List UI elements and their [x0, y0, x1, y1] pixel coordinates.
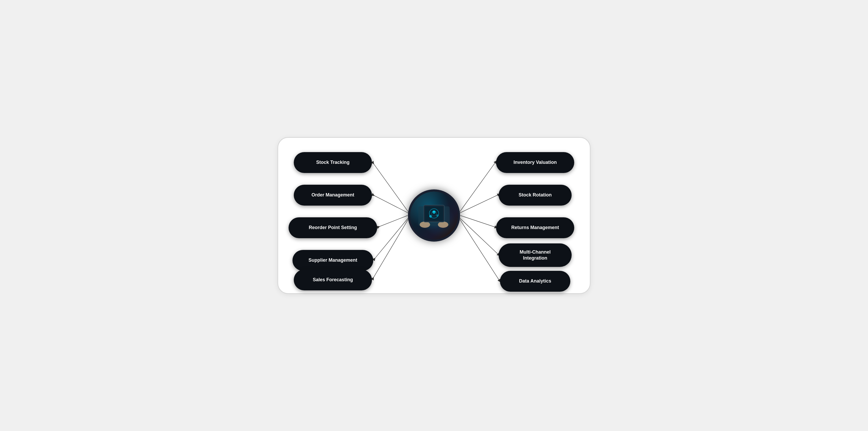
line-data-analytics: [460, 220, 499, 280]
node-data-analytics: Data Analytics: [500, 271, 570, 292]
stock-tracking-label: Stock Tracking: [316, 160, 349, 165]
tablet-icon: [417, 201, 451, 230]
inventory-valuation-label: Inventory Valuation: [514, 160, 557, 165]
node-supplier-management: Supplier Management: [292, 250, 373, 271]
line-reorder-point: [378, 216, 407, 227]
center-image: [410, 192, 458, 239]
node-multi-channel-integration: Multi-ChannelIntegration: [499, 243, 571, 267]
center-circle: [408, 190, 460, 241]
line-inventory-valuation: [460, 162, 495, 211]
node-inventory-valuation: Inventory Valuation: [496, 152, 574, 173]
line-returns-management: [460, 216, 495, 227]
node-sales-forecasting: Sales Forecasting: [294, 269, 372, 290]
line-stock-tracking: [373, 162, 408, 211]
node-stock-tracking: Stock Tracking: [294, 152, 372, 173]
sales-forecasting-label: Sales Forecasting: [313, 277, 353, 283]
line-supplier-management: [374, 218, 408, 260]
order-management-label: Order Management: [311, 192, 354, 198]
returns-management-label: Returns Management: [511, 225, 559, 231]
multi-channel-label: Multi-ChannelIntegration: [520, 249, 551, 261]
reorder-point-label: Reorder Point Setting: [309, 225, 357, 231]
line-order-management: [373, 195, 408, 213]
svg-point-1: [420, 222, 430, 228]
data-analytics-label: Data Analytics: [519, 278, 551, 284]
supplier-management-label: Supplier Management: [308, 257, 357, 263]
stock-rotation-label: Stock Rotation: [519, 192, 552, 198]
node-returns-management: Returns Management: [496, 217, 574, 238]
node-stock-rotation: Stock Rotation: [499, 185, 571, 206]
node-order-management: Order Management: [294, 185, 372, 206]
svg-point-2: [438, 222, 448, 228]
line-multi-channel: [460, 218, 498, 254]
diagram-container: Stock Tracking Order Management Reorder …: [278, 137, 590, 294]
node-reorder-point-setting: Reorder Point Setting: [288, 217, 377, 238]
line-stock-rotation: [460, 195, 498, 213]
line-sales-forecasting: [373, 220, 408, 279]
